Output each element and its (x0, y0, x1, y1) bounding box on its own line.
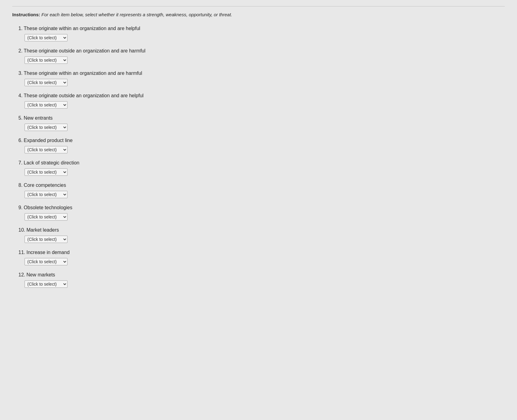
dropdown-4[interactable]: (Click to select)StrengthWeaknessOpportu… (25, 101, 68, 109)
question-text-8: Core competencies (24, 183, 66, 188)
question-item: 9.Obsolete technologies(Click to select)… (12, 205, 505, 221)
question-number-4: 4. (18, 93, 22, 98)
dropdown-11[interactable]: (Click to select)StrengthWeaknessOpportu… (25, 258, 68, 265)
question-number-11: 11. (18, 250, 25, 255)
question-item: 5.New entrants(Click to select)StrengthW… (12, 115, 505, 131)
question-item: 1.These originate within an organization… (12, 26, 505, 41)
dropdown-9[interactable]: (Click to select)StrengthWeaknessOpportu… (25, 213, 68, 221)
question-number-3: 3. (18, 71, 22, 76)
dropdown-6[interactable]: (Click to select)StrengthWeaknessOpportu… (25, 146, 68, 153)
dropdown-12[interactable]: (Click to select)StrengthWeaknessOpportu… (25, 280, 68, 288)
question-number-7: 7. (18, 160, 22, 166)
instructions-label: Instructions: (12, 12, 40, 17)
instructions-block: Instructions: For each item below, selec… (12, 6, 505, 17)
dropdown-10[interactable]: (Click to select)StrengthWeaknessOpportu… (25, 236, 68, 243)
question-text-2: These originate outside an organization … (24, 48, 145, 54)
question-number-5: 5. (18, 115, 22, 121)
question-number-6: 6. (18, 138, 22, 143)
question-list: 1.These originate within an organization… (12, 26, 505, 288)
dropdown-3[interactable]: (Click to select)StrengthWeaknessOpportu… (25, 79, 68, 86)
instructions-text: For each item below, select whether it r… (41, 12, 232, 17)
question-item: 8.Core competencies(Click to select)Stre… (12, 183, 505, 198)
question-item: 10.Market leaders(Click to select)Streng… (12, 227, 505, 243)
question-text-7: Lack of strategic direction (24, 160, 79, 166)
question-text-1: These originate within an organization a… (24, 26, 140, 31)
question-item: 11.Increase in demand(Click to select)St… (12, 250, 505, 265)
question-number-2: 2. (18, 48, 22, 54)
question-item: 7.Lack of strategic direction(Click to s… (12, 160, 505, 176)
question-item: 3.These originate within an organization… (12, 71, 505, 86)
question-number-12: 12. (18, 272, 25, 278)
question-number-9: 9. (18, 205, 22, 210)
question-text-9: Obsolete technologies (24, 205, 72, 210)
dropdown-5[interactable]: (Click to select)StrengthWeaknessOpportu… (25, 124, 68, 131)
question-text-12: New markets (26, 272, 55, 278)
question-text-4: These originate outside an organization … (24, 93, 144, 98)
dropdown-1[interactable]: (Click to select)StrengthWeaknessOpportu… (25, 34, 68, 41)
question-text-6: Expanded product line (24, 138, 72, 143)
question-item: 2.These originate outside an organizatio… (12, 48, 505, 64)
question-text-11: Increase in demand (26, 250, 70, 255)
question-text-10: Market leaders (26, 227, 59, 233)
question-item: 12.New markets(Click to select)StrengthW… (12, 272, 505, 288)
dropdown-7[interactable]: (Click to select)StrengthWeaknessOpportu… (25, 168, 68, 176)
dropdown-8[interactable]: (Click to select)StrengthWeaknessOpportu… (25, 191, 68, 198)
question-item: 6.Expanded product line(Click to select)… (12, 138, 505, 153)
question-item: 4.These originate outside an organizatio… (12, 93, 505, 109)
question-text-5: New entrants (24, 115, 52, 121)
question-text-3: These originate within an organization a… (24, 71, 142, 76)
question-number-10: 10. (18, 227, 25, 233)
question-number-1: 1. (18, 26, 22, 31)
dropdown-2[interactable]: (Click to select)StrengthWeaknessOpportu… (25, 56, 68, 64)
question-number-8: 8. (18, 183, 22, 188)
